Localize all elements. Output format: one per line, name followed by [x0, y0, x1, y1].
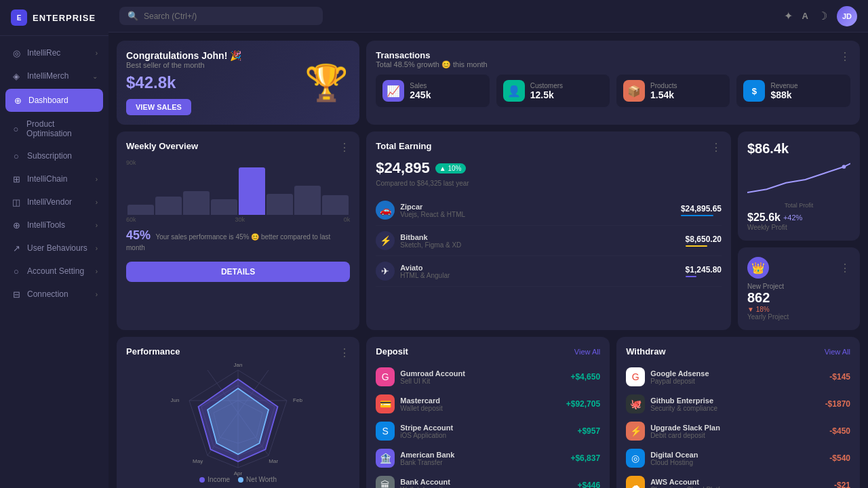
sidebar-item-intellitools[interactable]: ⊕IntelliTools › — [0, 214, 108, 237]
logo-text: ENTERPRISE — [33, 13, 96, 23]
bank-icon: 🏛 — [376, 476, 395, 488]
digitalocean-left: ◎ Digital Ocean Cloud Hosting — [626, 449, 698, 468]
deposit-view-all[interactable]: View All — [574, 348, 600, 356]
bitbank-name: Bitbank — [400, 233, 461, 241]
earning-menu[interactable]: ⋮ — [711, 141, 722, 154]
view-sales-button[interactable]: VIEW SALES — [126, 99, 191, 115]
account-icon: ○ — [11, 266, 22, 277]
intellimerch-icon: ◈ — [11, 70, 22, 81]
sidebar-item-user-behaviours[interactable]: ↗User Behaviours › — [0, 237, 108, 260]
bar-5-active — [239, 167, 265, 215]
new-project-icon: 👑 — [747, 257, 769, 279]
sidebar-item-dashboard[interactable]: ⊕Dashboard — [5, 89, 103, 112]
sidebar-item-account-setting[interactable]: ○Account Setting › — [0, 260, 108, 283]
weekly-menu[interactable]: ⋮ — [339, 141, 350, 154]
chevron-icon: › — [96, 245, 98, 252]
withdraw-header: Withdraw View All — [626, 346, 850, 357]
stripe-amount: +$957 — [577, 426, 600, 436]
stat-sales: 📈 Sales 245k — [376, 75, 489, 107]
main-content: 🔍 ✦ A ☽ JD Congratulations John! 🎉 Best … — [108, 0, 868, 488]
american-amount: +$6,837 — [570, 453, 600, 463]
zipcar-left: 🚗 Zipcar Vuejs, React & HTML — [376, 201, 465, 220]
growth-period: this month — [453, 60, 488, 68]
dashboard-content: Congratulations John! 🎉 Best seller of t… — [108, 33, 868, 488]
search-bar[interactable]: 🔍 — [119, 7, 323, 25]
intellitools-icon: ⊕ — [11, 220, 22, 230]
google-amount: -$145 — [829, 372, 850, 382]
gumroad-icon: G — [376, 367, 395, 386]
search-input[interactable] — [144, 12, 315, 21]
intellirec-icon: ◎ — [11, 47, 22, 58]
products-label: Products — [650, 82, 677, 89]
withdraw-view-all[interactable]: View All — [825, 348, 850, 356]
radar-container: Jan Feb Mar Apr May Jun — [126, 365, 350, 473]
gumroad-left: G Gumroad Account Sell UI Kit — [376, 367, 465, 386]
aws-left: ☁ AWS Account Choosing a Cloud Platform — [626, 476, 732, 488]
sidebar-item-intellimerch[interactable]: ◈IntelliMerch ⌄ — [0, 64, 108, 87]
transactions-title: Transactions — [376, 50, 487, 60]
bar-1 — [127, 205, 154, 215]
bank-amount: +$446 — [577, 481, 600, 488]
deposit-title: Deposit — [376, 346, 408, 357]
new-project-label: New Project — [747, 283, 850, 290]
bitbank-bar — [686, 245, 707, 247]
mastercard-left: 💳 Mastercard Wallet deposit — [376, 394, 442, 413]
aviato-name: Aviato — [400, 264, 450, 272]
header-right: ✦ A ☽ JD — [784, 6, 857, 26]
earning-header: Total Earning ⋮ — [376, 141, 722, 154]
sidebar-item-intellirec[interactable]: ◎IntelliRec › — [0, 41, 108, 64]
slack-icon: ⚡ — [626, 422, 645, 441]
bitbank-left: ⚡ Bitbank Sketch, Figma & XD — [376, 231, 461, 250]
aws-amount: -$21 — [834, 481, 850, 488]
sidebar-item-intellichain[interactable]: ⊞IntelliChain › — [0, 167, 108, 190]
right-col: $86.4k Total Profit $25.6k +42% Weekly P… — [738, 131, 860, 330]
earning-compare: Compared to $84,325 last year — [376, 180, 722, 187]
details-button[interactable]: DETAILS — [126, 262, 350, 282]
withdraw-item-digitalocean: ◎ Digital Ocean Cloud Hosting -$540 — [626, 445, 850, 472]
github-icon: 🐙 — [626, 394, 645, 413]
welcome-title: Congratulations John! 🎉 — [126, 50, 350, 61]
theme-icon[interactable]: ☽ — [818, 9, 827, 22]
sidebar-logo: E ENTERPRISE — [0, 0, 108, 36]
mastercard-sub: Wallet deposit — [400, 405, 442, 412]
new-project-badge: ▼ 18% — [747, 306, 850, 313]
chevron-icon: › — [96, 49, 98, 57]
bar-8 — [322, 195, 349, 215]
translate-icon[interactable]: A — [802, 11, 808, 21]
sidebar-item-intellivendor[interactable]: ◫IntelliVendor › — [0, 190, 108, 214]
sidebar-item-product-opt[interactable]: ○Product Optimisation — [0, 113, 108, 144]
row-3: Performance ⋮ — [117, 337, 860, 488]
sparkles-icon[interactable]: ✦ — [784, 9, 793, 22]
new-project-card: 👑 ⋮ New Project 862 ▼ 18% Yearly Project — [738, 247, 860, 330]
products-icon: 📦 — [623, 80, 645, 102]
revenue-value: $88k — [770, 89, 797, 100]
transactions-menu[interactable]: ⋮ — [840, 50, 850, 63]
sidebar-item-connection[interactable]: ⊟Connection › — [0, 283, 108, 306]
chevron-icon: › — [96, 199, 98, 206]
avatar[interactable]: JD — [837, 6, 857, 26]
bar-3 — [183, 191, 210, 215]
digitalocean-icon: ◎ — [626, 449, 645, 468]
performance-title: Performance — [126, 346, 180, 357]
connection-icon: ⊟ — [11, 289, 22, 300]
performance-card: Performance ⋮ — [117, 337, 359, 488]
weekly-profit-label: Weekly Profit — [747, 224, 850, 231]
weekly-title: Weekly Overview — [126, 141, 198, 151]
earning-amount-row: $24,895 ▲ 10% — [376, 159, 722, 177]
digitalocean-sub: Cloud Hosting — [650, 459, 698, 466]
transactions-stats: 📈 Sales 245k 👤 Customers 12.5k — [376, 75, 850, 107]
deposit-header: Deposit View All — [376, 346, 600, 357]
withdraw-card: Withdraw View All G Google Adsense Paypa… — [616, 337, 860, 488]
bar-7 — [294, 186, 321, 215]
deposit-item-stripe: S Stripe Account iOS Application +$957 — [376, 418, 600, 445]
withdraw-item-github: 🐙 Github Enterprise Security & complianc… — [626, 390, 850, 418]
row-2: Weekly Overview ⋮ 90k — [117, 131, 860, 330]
revenue-label: Revenue — [770, 82, 797, 89]
new-project-menu[interactable]: ⋮ — [840, 262, 850, 274]
bar-6 — [267, 194, 293, 215]
aviato-left: ✈ Aviato HTML & Angular — [376, 262, 450, 281]
performance-menu[interactable]: ⋮ — [339, 346, 350, 359]
sidebar-item-subscription[interactable]: ○Subscription — [0, 144, 108, 167]
bank-sub: Wallet deposit — [400, 486, 450, 489]
withdraw-item-google: G Google Adsense Paypal deposit -$145 — [626, 363, 850, 390]
